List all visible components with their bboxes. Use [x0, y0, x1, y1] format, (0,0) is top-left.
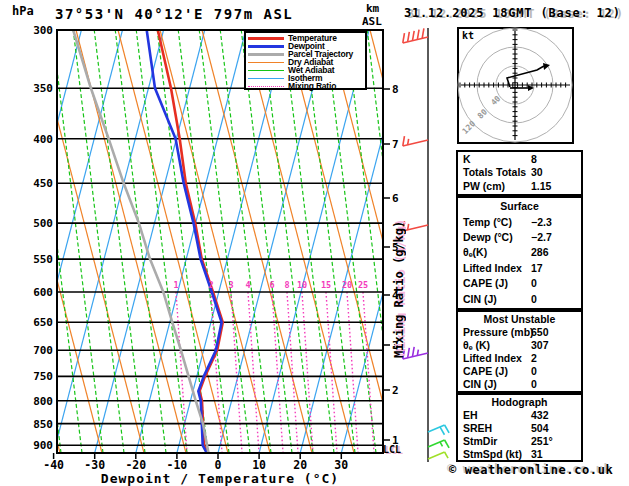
table-row: Temp (°C)−2.3 [463, 216, 581, 229]
table-row-label: Pressure (mb) [463, 326, 531, 339]
table-row-label: K [463, 153, 531, 166]
wind-barb [403, 136, 428, 146]
table-section-header: Hodograph [463, 396, 581, 409]
wet-adiabat-line [220, 30, 271, 453]
table-row: K8 [463, 153, 581, 166]
height-axis-unit-km: km [366, 2, 379, 15]
mixing-ratio-value-label: 15 [321, 280, 331, 290]
barb-feather [403, 136, 405, 146]
copyright: © weatheronline.co.uk [449, 463, 613, 477]
table-row-label: StmDir [463, 435, 531, 448]
legend-label: Mixing Ratio [288, 81, 336, 91]
legend-swatch-wet_adiabat [248, 70, 284, 71]
wind-barb [403, 28, 428, 43]
sounding-chart-page: 300350400450500550600650700750800850900-… [0, 0, 629, 486]
x-tick-label: -20 [125, 458, 146, 472]
mixing-ratio-value-label: 3 [228, 280, 233, 290]
dry-adiabat-line [286, 30, 396, 453]
pressure-tick-label: 750 [33, 370, 53, 383]
mixing-ratio-value-label: 20 [342, 280, 352, 290]
indices-table-section: Most UnstablePressure (mb)650θₑ (K)307Li… [456, 310, 583, 393]
mixing-ratio-axis-label: Mixing Ratio (g/kg) [392, 203, 408, 375]
table-row: PW (cm)1.15 [463, 180, 581, 193]
table-row-label: Lifted Index [463, 352, 531, 365]
wet-adiabat-line [73, 30, 124, 453]
hodograph-unit-label: kt [462, 30, 474, 41]
table-row-value: 0 [531, 365, 581, 378]
mixing-ratio-line [272, 292, 283, 453]
table-row-label: SREH [463, 422, 531, 435]
table-row: StmDir251° [463, 435, 581, 448]
table-row-value: 0 [531, 378, 581, 391]
indices-table-section: SurfaceTemp (°C)−2.3Dewp (°C)−2.7θₑ(K)28… [456, 196, 583, 310]
station-title: 37°53'N 40°12'E 797m ASL [55, 6, 293, 22]
barb-feather [417, 30, 419, 40]
wind-barb [428, 452, 448, 459]
table-row: θₑ (K)307 [463, 339, 581, 352]
table-row-value: 286 [531, 246, 581, 259]
wind-barb [428, 425, 449, 435]
x-tick-label: 30 [334, 458, 348, 472]
table-row-value: 30 [531, 166, 581, 179]
table-row-label: Totals Totals [463, 166, 531, 179]
x-tick-label: 10 [252, 458, 266, 472]
dry-adiabat-line [244, 30, 354, 453]
legend-item: Mixing Ratio [248, 82, 363, 90]
indices-table-section: HodographEH432SREH504StmDir251°StmSpd (k… [456, 393, 583, 462]
dry-adiabat-line [622, 30, 629, 453]
table-row-label: PW (cm) [463, 180, 531, 193]
table-row-value: 307 [531, 339, 581, 352]
table-row-label: CAPE (J) [463, 277, 531, 290]
table-row-label: θₑ (K) [463, 339, 531, 352]
pressure-tick-label: 400 [33, 133, 53, 146]
table-row: Lifted Index2 [463, 352, 581, 365]
dewpoint-trace [147, 30, 222, 453]
table-row: StmSpd (kt)31 [463, 448, 581, 461]
pressure-tick-label: 500 [33, 217, 53, 230]
table-row: CAPE (J)0 [463, 365, 581, 378]
legend-swatch-mixing_ratio [248, 86, 284, 87]
wet-adiabat-line [52, 30, 103, 453]
mixing-ratio-value-label: 10 [297, 280, 307, 290]
run-date-title: 31.12.2025 18GMT (Base: 12) [404, 6, 621, 20]
legend: TemperatureDewpointParcel TrajectoryDry … [244, 31, 367, 90]
wet-adiabat-line [94, 30, 145, 453]
barb-feather [445, 452, 449, 458]
legend-swatch-isotherm [248, 78, 284, 79]
wet-adiabat-line [577, 30, 628, 453]
barb-feather [417, 350, 418, 356]
table-row: Totals Totals30 [463, 166, 581, 179]
table-row-value: 17 [531, 262, 581, 275]
table-section-header: Surface [463, 200, 581, 213]
isotherm-line [95, 30, 205, 453]
table-row: Lifted Index17 [463, 262, 581, 275]
barb-feather [408, 32, 410, 42]
hodograph: 4080120 [457, 27, 575, 145]
pressure-axis-unit: hPa [12, 4, 34, 18]
barb-feather [422, 28, 424, 38]
mixing-ratio-value-label: 4 [245, 280, 250, 290]
mixing-ratio-line [347, 292, 358, 453]
table-row-value: 1.15 [531, 180, 581, 193]
wet-adiabat-line [241, 30, 292, 453]
isotherm-line [13, 30, 123, 453]
x-tick-label: -40 [43, 458, 64, 472]
barb-feather [412, 347, 414, 357]
barb-shaft [403, 140, 428, 146]
wet-adiabat-line [199, 30, 250, 453]
pressure-tick-label: 900 [33, 439, 53, 452]
table-row: Pressure (mb)650 [463, 326, 581, 339]
isotherm-line [218, 30, 328, 453]
wet-adiabat-line [325, 30, 376, 453]
x-tick-label: 0 [215, 458, 222, 472]
table-row: EH432 [463, 409, 581, 422]
km-tick-label: 8 [392, 83, 399, 96]
wet-adiabat-line [283, 30, 334, 453]
pressure-tick-label: 600 [33, 286, 53, 299]
wet-adiabat-line [409, 30, 460, 453]
mixing-ratio-value-label: 25 [358, 280, 368, 290]
table-row: θₑ(K)286 [463, 246, 581, 259]
table-row-label: Temp (°C) [463, 216, 531, 229]
table-row-value: 650 [531, 326, 581, 339]
barb-feather [445, 425, 450, 433]
